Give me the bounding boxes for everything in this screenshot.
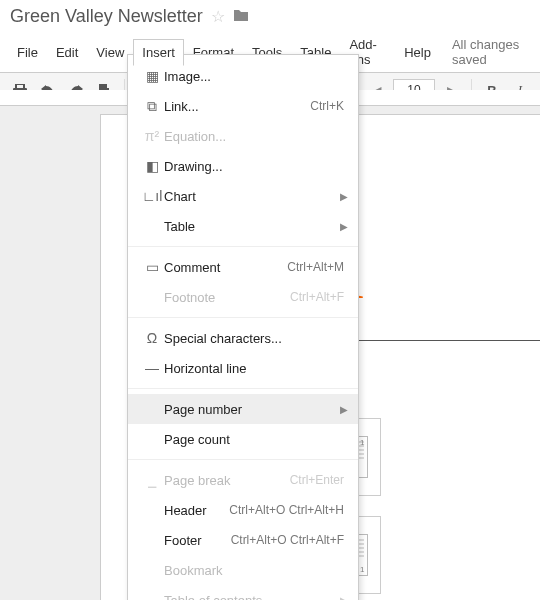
menu-separator [128,459,358,460]
menu-item-special-characters[interactable]: ΩSpecial characters... [128,323,358,353]
menu-insert[interactable]: Insert [133,39,184,66]
title-bar: Green Valley Newsletter ☆ [0,0,540,27]
chevron-right-icon: ▶ [340,221,348,232]
menu-item-bookmark: Bookmark [128,555,358,585]
menu-edit[interactable]: Edit [47,39,87,66]
menu-separator [128,388,358,389]
star-icon[interactable]: ☆ [211,7,225,26]
menu-item-horizontal-line[interactable]: —Horizontal line [128,353,358,383]
chevron-right-icon: ▶ [340,595,348,601]
chevron-right-icon: ▶ [340,191,348,202]
menu-item-equation: π²Equation... [128,121,358,151]
comment-icon: ▭ [140,259,164,275]
menu-item-chart[interactable]: ∟ılChart▶ [128,181,358,211]
line-icon: — [140,360,164,376]
menu-item-table[interactable]: Table▶ [128,211,358,241]
insert-menu-dropdown: ▦Image... ⧉Link...Ctrl+K π²Equation... ◧… [127,54,359,600]
menu-separator [128,246,358,247]
menu-item-drawing[interactable]: ◧Drawing... [128,151,358,181]
menu-help[interactable]: Help [395,39,440,66]
menu-file[interactable]: File [8,39,47,66]
chart-icon: ∟ıl [140,188,164,204]
menu-item-footer[interactable]: FooterCtrl+Alt+O Ctrl+Alt+F [128,525,358,555]
pagebreak-icon: ⎯ [140,472,164,488]
menu-item-page-count[interactable]: Page count [128,424,358,454]
menu-item-header[interactable]: HeaderCtrl+Alt+O Ctrl+Alt+H [128,495,358,525]
equation-icon: π² [140,128,164,144]
menu-item-link[interactable]: ⧉Link...Ctrl+K [128,91,358,121]
menu-item-comment[interactable]: ▭CommentCtrl+Alt+M [128,252,358,282]
menu-item-page-number[interactable]: Page number▶ [128,394,358,424]
menu-item-table-of-contents: Table of contents▶ [128,585,358,600]
save-status: All changes saved [452,37,532,67]
folder-icon[interactable] [233,8,249,25]
image-icon: ▦ [140,68,164,84]
link-icon: ⧉ [140,98,164,115]
omega-icon: Ω [140,330,164,346]
chevron-right-icon: ▶ [340,404,348,415]
drawing-icon: ◧ [140,158,164,174]
menu-item-page-break: ⎯Page breakCtrl+Enter [128,465,358,495]
doc-title[interactable]: Green Valley Newsletter [10,6,203,27]
menu-item-footnote: FootnoteCtrl+Alt+F [128,282,358,312]
menu-item-image[interactable]: ▦Image... [128,61,358,91]
menu-separator [128,317,358,318]
